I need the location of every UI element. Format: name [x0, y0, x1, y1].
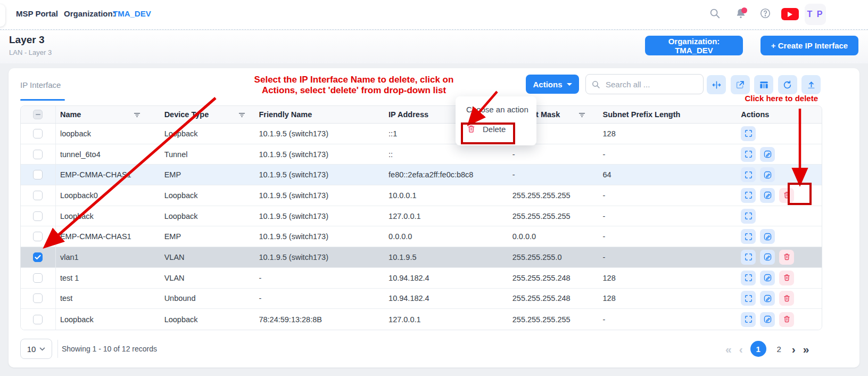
row-checkbox[interactable] — [33, 211, 43, 221]
row-checkbox[interactable] — [33, 273, 43, 283]
row-expand-button[interactable] — [741, 147, 756, 162]
pagination-prev-button[interactable]: ‹ — [739, 344, 743, 355]
row-checkbox[interactable] — [33, 170, 43, 179]
trash-icon — [782, 273, 791, 282]
expand-icon — [744, 315, 753, 324]
row-delete-button[interactable] — [779, 271, 794, 285]
search-input[interactable] — [605, 79, 690, 89]
tab-ip-interface[interactable]: IP Interface — [20, 80, 61, 89]
column-resize-button[interactable] — [707, 75, 726, 94]
cell-prefix: 64 — [599, 165, 737, 185]
expand-icon — [744, 191, 753, 200]
row-edit-button[interactable] — [760, 188, 775, 203]
row-delete-button[interactable] — [779, 250, 794, 265]
row-expand-button[interactable] — [741, 291, 756, 306]
table-row[interactable]: loopbackLoopback10.1.9.5 (switch173)::11… — [21, 124, 822, 144]
organization-button[interactable]: Organization: TMA_DEV — [645, 36, 743, 55]
expand-icon — [744, 211, 753, 220]
pagination-next-button[interactable]: › — [792, 344, 796, 355]
sidebar-collapsed-handle[interactable] — [0, 4, 5, 27]
expand-icon — [744, 232, 753, 241]
filter-icon[interactable] — [133, 110, 142, 119]
row-expand-button[interactable] — [741, 209, 756, 224]
cell-mask: 255.255.255.248 — [508, 268, 599, 288]
column-resize-icon — [712, 80, 722, 90]
row-edit-button[interactable] — [760, 167, 775, 182]
row-expand-button[interactable] — [741, 229, 756, 244]
actions-dropdown-button[interactable]: Actions — [526, 75, 579, 94]
table-row[interactable]: EMP-CMMA-CHAS1EMP10.1.9.5 (switch173)0.0… — [21, 226, 822, 247]
youtube-icon[interactable] — [781, 8, 799, 20]
row-expand-button[interactable] — [741, 312, 756, 327]
row-edit-button[interactable] — [760, 250, 775, 265]
cell-device_type: EMP — [160, 165, 255, 185]
cell-friendly_name: 10.1.9.5 (switch173) — [254, 144, 384, 165]
msp-portal-app: MSP Portal Organization: TMA_DEV T P Lay… — [0, 0, 868, 376]
table-row[interactable]: LoopbackLoopback10.1.9.5 (switch173)127.… — [21, 206, 822, 227]
row-edit-button[interactable] — [760, 312, 775, 327]
row-delete-button[interactable] — [779, 312, 794, 327]
expand-icon — [744, 129, 753, 138]
edit-icon — [763, 170, 772, 179]
table-row[interactable]: vlan1VLAN10.1.9.5 (switch173)10.1.9.5255… — [21, 247, 822, 268]
row-checkbox[interactable] — [33, 191, 43, 200]
row-checkbox[interactable] — [33, 150, 43, 159]
row-edit-button[interactable] — [760, 271, 775, 285]
row-checkbox[interactable] — [33, 252, 43, 262]
page-size-select[interactable]: 10 — [20, 339, 52, 359]
pagination-page-2[interactable]: 2 — [774, 345, 784, 354]
export-button[interactable] — [801, 75, 821, 94]
table-row[interactable]: LoopbackLoopback78:24:59:13:28:8B127.0.0… — [21, 309, 822, 330]
dropdown-delete-item[interactable]: Delete — [466, 124, 506, 134]
row-expand-button[interactable] — [741, 126, 756, 141]
row-actions-cell — [737, 165, 822, 185]
row-delete-button[interactable] — [779, 188, 794, 203]
actions-dropdown-menu: Choose an action Delete — [456, 96, 536, 145]
cell-mask: 255.255.255.255 — [508, 309, 599, 330]
filter-icon[interactable] — [667, 110, 676, 119]
create-ip-interface-button[interactable]: + Create IP Interface — [760, 36, 858, 55]
organization-value-link[interactable]: TMA_DEV — [113, 9, 151, 18]
filter-icon — [133, 110, 142, 119]
row-actions-cell — [737, 144, 822, 165]
trash-icon — [466, 124, 476, 134]
row-checkbox[interactable] — [33, 129, 43, 138]
trash-icon — [782, 294, 791, 303]
pagination-page-1-current[interactable]: 1 — [750, 341, 766, 357]
row-checkbox[interactable] — [33, 232, 43, 241]
row-checkbox-cell — [21, 289, 56, 309]
refresh-button[interactable] — [778, 75, 797, 94]
select-all-checkbox[interactable] — [33, 110, 43, 119]
columns-button[interactable] — [754, 75, 773, 94]
help-icon[interactable] — [759, 7, 771, 19]
open-external-button[interactable] — [731, 75, 750, 94]
search-icon[interactable] — [709, 7, 721, 19]
filter-icon[interactable] — [237, 110, 246, 119]
table-row[interactable]: testUnbound-10.94.182.4255.255.255.24812… — [21, 289, 822, 309]
pagination-last-button[interactable]: » — [803, 344, 809, 355]
filter-icon[interactable] — [577, 110, 586, 119]
row-edit-button[interactable] — [760, 229, 775, 244]
row-checkbox[interactable] — [33, 315, 43, 324]
expand-icon — [744, 294, 753, 303]
search-icon — [591, 80, 600, 89]
pagination-first-button[interactable]: « — [725, 344, 732, 355]
row-edit-button[interactable] — [760, 291, 775, 306]
edit-icon — [763, 150, 772, 159]
row-actions-cell — [737, 185, 822, 206]
row-checkbox[interactable] — [33, 293, 43, 303]
row-expand-button[interactable] — [741, 271, 756, 285]
column-header-device_type: Device Type — [160, 106, 255, 123]
table-row[interactable]: test 1VLAN-10.94.182.4255.255.255.248128 — [21, 268, 822, 289]
table-row[interactable]: tunnel_6to4Tunnel10.1.9.5 (switch173)::-… — [21, 144, 822, 165]
table-row[interactable]: EMP-CMMA-CHAS1EMP10.1.9.5 (switch173)fe8… — [21, 165, 822, 185]
row-expand-button[interactable] — [741, 167, 756, 182]
cell-device_type: EMP — [160, 226, 255, 247]
row-edit-button[interactable] — [760, 147, 775, 162]
user-avatar[interactable]: T P — [805, 4, 826, 25]
table-body: loopbackLoopback10.1.9.5 (switch173)::11… — [21, 124, 822, 330]
table-row[interactable]: Loopback0Loopback10.1.9.5 (switch173)10.… — [21, 185, 822, 206]
row-expand-button[interactable] — [741, 188, 756, 203]
row-expand-button[interactable] — [741, 250, 756, 265]
row-delete-button[interactable] — [779, 291, 794, 306]
